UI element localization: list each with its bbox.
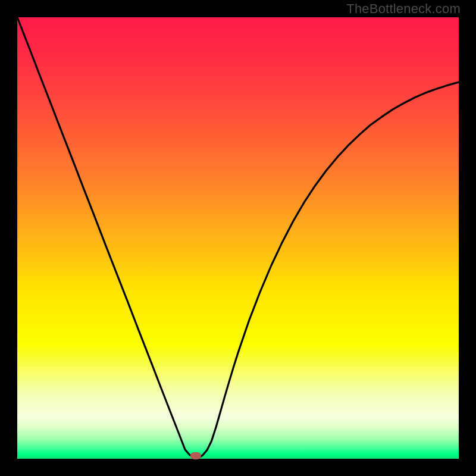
frame <box>17 17 459 459</box>
minimum-marker <box>190 452 201 459</box>
chart-curve <box>17 17 459 459</box>
watermark-text: TheBottleneck.com <box>346 1 461 17</box>
